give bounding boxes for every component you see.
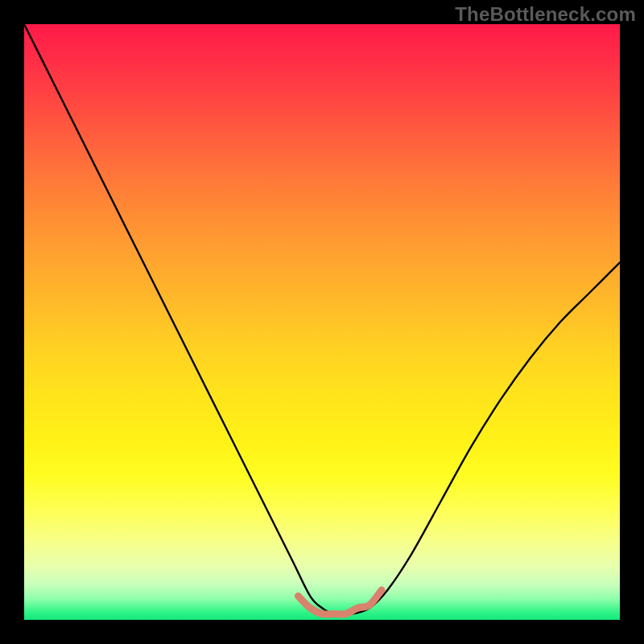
curves-svg [24,24,620,620]
chart-frame: TheBottleneck.com [0,0,644,644]
plot-area [24,24,620,620]
watermark-text: TheBottleneck.com [455,3,636,26]
notch-marker-path [298,590,382,614]
main-curve-path [24,24,620,615]
